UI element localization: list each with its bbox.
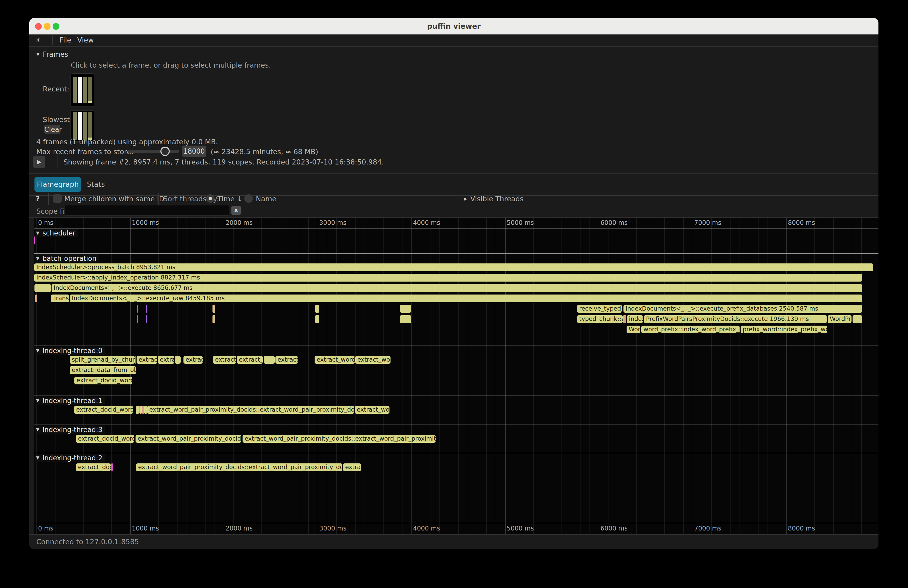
flame-span[interactable]: extract xyxy=(275,356,298,364)
visible-threads-toggle[interactable]: ▶Visible Threads xyxy=(464,195,523,203)
thread-header[interactable]: ▼indexing-thread:1 xyxy=(35,397,105,405)
flame-span[interactable] xyxy=(146,305,147,313)
flame-span[interactable] xyxy=(144,406,147,414)
section-separator xyxy=(34,395,879,396)
thread-header[interactable]: ▼indexing-thread:0 xyxy=(35,347,105,355)
sort-radio-name[interactable] xyxy=(245,194,253,203)
flame-span[interactable]: extract_wo xyxy=(355,406,390,414)
collapse-icon: ▼ xyxy=(36,229,39,237)
flame-span[interactable]: Word xyxy=(626,326,640,333)
play-button[interactable]: ▶ xyxy=(33,156,45,168)
flame-span[interactable]: typed_chunk::w xyxy=(577,315,623,323)
flame-span[interactable]: IndexScheduler>::apply_index_operation 8… xyxy=(34,274,862,281)
flame-span[interactable] xyxy=(400,315,411,323)
flame-span[interactable]: index xyxy=(627,315,643,323)
flamegraph-canvas[interactable]: 0 ms0 ms1000 ms1000 ms2000 ms2000 ms3000… xyxy=(34,218,879,534)
flame-span[interactable]: extract_docid_word xyxy=(76,435,134,443)
flame-span[interactable] xyxy=(213,305,215,313)
thread-header[interactable]: ▼indexing-thread:3 xyxy=(35,426,105,434)
thread-header[interactable]: ▼indexing-thread:2 xyxy=(35,454,105,462)
sort-name-label[interactable]: Name xyxy=(256,195,277,203)
flame-span[interactable]: extract xyxy=(137,356,157,364)
menu-item-view[interactable]: View xyxy=(77,36,94,44)
tab-flamegraph[interactable]: Flamegraph xyxy=(34,177,81,192)
flame-span[interactable] xyxy=(137,305,138,313)
flame-span[interactable]: extrac xyxy=(184,356,203,364)
flame-span[interactable]: IndexDocuments<_, _>::execute 8656.677 m… xyxy=(52,284,862,292)
clear-button[interactable]: Clear xyxy=(44,125,60,134)
flame-span[interactable]: extract::data_from_ob xyxy=(70,366,136,374)
recent-label: Recent: xyxy=(43,85,69,93)
axis-tick-label: 8000 ms xyxy=(788,219,815,227)
merge-checkbox[interactable] xyxy=(53,194,62,203)
flame-span[interactable] xyxy=(111,463,113,471)
flame-span[interactable]: extract_docid_word xyxy=(74,406,133,414)
flame-span[interactable]: IndexDocuments<_, _>::execute_prefix_dat… xyxy=(623,305,862,313)
flame-span[interactable]: prefix_word::index_prefix_wo xyxy=(741,326,827,333)
flame-span[interactable]: word_prefix::index_word_prefix_ xyxy=(641,326,740,333)
flame-span[interactable] xyxy=(213,315,215,323)
flame-span[interactable] xyxy=(623,315,626,323)
flame-span[interactable]: extract_doc xyxy=(76,463,111,471)
max-frames-label: Max recent frames to store: xyxy=(36,148,134,156)
max-frames-slider-knob[interactable] xyxy=(160,146,170,156)
thread-header[interactable]: ▼scheduler xyxy=(35,229,78,237)
frame-bar xyxy=(83,112,87,140)
flame-span[interactable] xyxy=(316,315,319,323)
merge-label[interactable]: Merge children with same ID xyxy=(64,195,164,203)
flame-span[interactable] xyxy=(35,294,37,302)
flame-span[interactable]: extrac xyxy=(343,463,361,471)
sort-radio-time[interactable] xyxy=(206,194,214,203)
flame-span[interactable]: extract_word_pair_proximity_docids::extr… xyxy=(136,463,342,471)
flame-span[interactable]: split_grenad_by_chun xyxy=(70,356,135,364)
flame-span[interactable] xyxy=(135,356,136,364)
frame-bar xyxy=(88,112,92,140)
flame-span[interactable] xyxy=(264,356,275,364)
frame-bar-selected xyxy=(78,112,82,140)
flame-span[interactable] xyxy=(139,406,142,414)
flame-span[interactable] xyxy=(853,315,862,323)
clear-filter-button[interactable]: x xyxy=(232,206,241,215)
scope-filter-input[interactable] xyxy=(64,205,229,215)
max-frames-slider[interactable] xyxy=(127,150,179,153)
flame-span[interactable]: WordPr xyxy=(828,315,852,323)
flame-span[interactable] xyxy=(316,305,319,313)
max-frames-value[interactable]: 18000 xyxy=(182,146,206,157)
slowest-label: Slowest: xyxy=(43,116,72,124)
flame-span[interactable]: extract_wo xyxy=(355,356,391,364)
frame-bar xyxy=(73,112,77,140)
axis-tick-label: 4000 ms xyxy=(413,219,440,227)
flame-span[interactable] xyxy=(400,305,411,313)
flame-span[interactable] xyxy=(142,406,144,414)
flame-span[interactable]: extract_word xyxy=(315,356,355,364)
flame-span[interactable]: PrefixWordPairsProximityDocids::execute … xyxy=(644,315,827,323)
recent-frame-thumbnail[interactable] xyxy=(71,73,94,107)
thread-header[interactable]: ▼batch-operation xyxy=(35,254,99,262)
slowest-frame-thumbnail[interactable] xyxy=(71,110,94,142)
tab-stats[interactable]: Stats xyxy=(84,177,108,192)
help-button[interactable]: ? xyxy=(35,195,40,203)
flame-span[interactable] xyxy=(136,406,139,414)
frames-section-toggle[interactable]: ▼Frames xyxy=(36,50,68,58)
flame-span[interactable]: extract_ xyxy=(213,356,236,364)
axis-tick-label: 2000 ms xyxy=(225,219,253,227)
flame-span[interactable]: Trans xyxy=(51,294,69,302)
flame-span[interactable] xyxy=(175,356,180,364)
flame-span[interactable]: IndexScheduler>::process_batch 8953.821 … xyxy=(34,263,873,271)
flame-span[interactable]: extract_docid_word xyxy=(74,377,132,384)
flame-span[interactable] xyxy=(146,315,147,323)
axis-tick-label: 7000 ms xyxy=(694,525,721,532)
flame-span[interactable]: extract_word_pair_proximity_docids::extr… xyxy=(147,406,354,414)
menu-item-file[interactable]: File xyxy=(60,36,71,44)
flame-span[interactable]: extra xyxy=(158,356,174,364)
flame-span[interactable]: extract_ xyxy=(237,356,263,364)
flame-span[interactable] xyxy=(34,284,51,292)
sort-time-label[interactable]: Time ↓ xyxy=(217,195,243,203)
flame-span[interactable]: receive_typed_ xyxy=(577,305,622,313)
flame-span[interactable]: extract_word_pair_proximity_docids::extr… xyxy=(243,435,436,443)
flame-span[interactable] xyxy=(34,236,35,244)
flame-span[interactable]: extract_word_pair_proximity_docids xyxy=(135,435,241,443)
theme-toggle-icon[interactable]: ☀ xyxy=(35,37,41,44)
flame-span[interactable] xyxy=(137,315,138,323)
flame-span[interactable]: IndexDocuments<_, _>::execute_raw 8459.1… xyxy=(70,294,862,302)
